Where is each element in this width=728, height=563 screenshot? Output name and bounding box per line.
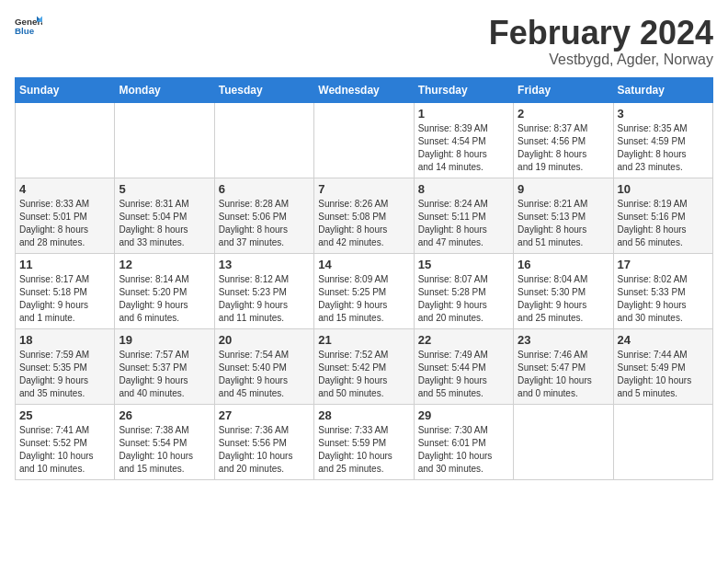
day-info: Sunrise: 8:07 AMSunset: 5:28 PMDaylight:…	[418, 273, 509, 325]
header-tuesday: Tuesday	[214, 77, 313, 102]
day-number: 19	[119, 333, 210, 347]
day-number: 16	[518, 258, 609, 271]
week-row-2: 4Sunrise: 8:33 AMSunset: 5:01 PMDaylight…	[16, 178, 713, 253]
calendar-cell: 22Sunrise: 7:49 AMSunset: 5:44 PMDayligh…	[414, 328, 513, 404]
calendar-cell	[16, 102, 115, 178]
day-info: Sunrise: 8:28 AMSunset: 5:06 PMDaylight:…	[219, 198, 310, 249]
day-number: 27	[219, 408, 310, 422]
day-info: Sunrise: 7:36 AMSunset: 5:56 PMDaylight:…	[219, 424, 310, 476]
calendar-cell	[214, 102, 313, 178]
day-info: Sunrise: 8:37 AMSunset: 4:56 PMDaylight:…	[518, 122, 609, 174]
week-row-5: 25Sunrise: 7:41 AMSunset: 5:52 PMDayligh…	[16, 404, 713, 479]
calendar-cell: 3Sunrise: 8:35 AMSunset: 4:59 PMDaylight…	[613, 102, 712, 178]
calendar-cell: 1Sunrise: 8:39 AMSunset: 4:54 PMDaylight…	[414, 102, 513, 178]
day-info: Sunrise: 7:52 AMSunset: 5:42 PMDaylight:…	[318, 349, 409, 400]
week-row-4: 18Sunrise: 7:59 AMSunset: 5:35 PMDayligh…	[16, 328, 713, 404]
day-number: 10	[618, 182, 709, 196]
day-number: 28	[318, 408, 409, 422]
title-section: February 2024 Vestbygd, Agder, Norway	[489, 15, 713, 68]
header-sunday: Sunday	[16, 77, 115, 102]
day-info: Sunrise: 8:09 AMSunset: 5:25 PMDaylight:…	[318, 273, 409, 325]
day-info: Sunrise: 7:49 AMSunset: 5:44 PMDaylight:…	[418, 349, 509, 400]
day-info: Sunrise: 8:39 AMSunset: 4:54 PMDaylight:…	[418, 122, 509, 174]
calendar-cell	[613, 404, 712, 479]
calendar-cell: 11Sunrise: 8:17 AMSunset: 5:18 PMDayligh…	[16, 253, 115, 328]
svg-text:Blue: Blue	[15, 26, 35, 36]
day-number: 14	[318, 258, 409, 271]
calendar-cell: 19Sunrise: 7:57 AMSunset: 5:37 PMDayligh…	[115, 328, 214, 404]
day-info: Sunrise: 8:17 AMSunset: 5:18 PMDaylight:…	[19, 273, 110, 325]
day-number: 2	[518, 107, 609, 121]
calendar-cell: 28Sunrise: 7:33 AMSunset: 5:59 PMDayligh…	[314, 404, 414, 479]
header-thursday: Thursday	[414, 77, 513, 102]
day-info: Sunrise: 7:33 AMSunset: 5:59 PMDaylight:…	[318, 424, 409, 476]
calendar-cell: 14Sunrise: 8:09 AMSunset: 5:25 PMDayligh…	[314, 253, 414, 328]
day-number: 13	[219, 258, 310, 271]
day-info: Sunrise: 8:19 AMSunset: 5:16 PMDaylight:…	[618, 198, 709, 249]
day-number: 29	[418, 408, 509, 422]
logo-icon: General Blue	[15, 15, 42, 37]
calendar-cell	[115, 102, 214, 178]
header: General Blue February 2024 Vestbygd, Agd…	[15, 15, 713, 68]
subtitle: Vestbygd, Agder, Norway	[489, 52, 713, 68]
day-info: Sunrise: 7:30 AMSunset: 6:01 PMDaylight:…	[418, 424, 509, 476]
calendar-cell: 17Sunrise: 8:02 AMSunset: 5:33 PMDayligh…	[613, 253, 712, 328]
calendar-cell: 26Sunrise: 7:38 AMSunset: 5:54 PMDayligh…	[115, 404, 214, 479]
calendar-table: SundayMondayTuesdayWednesdayThursdayFrid…	[15, 77, 713, 480]
day-number: 17	[618, 258, 709, 271]
day-number: 20	[219, 333, 310, 347]
calendar-cell: 4Sunrise: 8:33 AMSunset: 5:01 PMDaylight…	[16, 178, 115, 253]
calendar-cell: 20Sunrise: 7:54 AMSunset: 5:40 PMDayligh…	[214, 328, 313, 404]
calendar-cell: 23Sunrise: 7:46 AMSunset: 5:47 PMDayligh…	[514, 328, 613, 404]
calendar-cell: 10Sunrise: 8:19 AMSunset: 5:16 PMDayligh…	[613, 178, 712, 253]
calendar-cell: 13Sunrise: 8:12 AMSunset: 5:23 PMDayligh…	[214, 253, 313, 328]
calendar-cell: 27Sunrise: 7:36 AMSunset: 5:56 PMDayligh…	[214, 404, 313, 479]
day-number: 8	[418, 182, 509, 196]
calendar-cell: 6Sunrise: 8:28 AMSunset: 5:06 PMDaylight…	[214, 178, 313, 253]
calendar-cell: 9Sunrise: 8:21 AMSunset: 5:13 PMDaylight…	[514, 178, 613, 253]
calendar-cell: 7Sunrise: 8:26 AMSunset: 5:08 PMDaylight…	[314, 178, 414, 253]
calendar-cell: 2Sunrise: 8:37 AMSunset: 4:56 PMDaylight…	[514, 102, 613, 178]
day-info: Sunrise: 7:44 AMSunset: 5:49 PMDaylight:…	[618, 349, 709, 400]
day-info: Sunrise: 8:14 AMSunset: 5:20 PMDaylight:…	[119, 273, 210, 325]
calendar-cell: 12Sunrise: 8:14 AMSunset: 5:20 PMDayligh…	[115, 253, 214, 328]
calendar-cell: 16Sunrise: 8:04 AMSunset: 5:30 PMDayligh…	[514, 253, 613, 328]
calendar-cell: 5Sunrise: 8:31 AMSunset: 5:04 PMDaylight…	[115, 178, 214, 253]
calendar-cell: 29Sunrise: 7:30 AMSunset: 6:01 PMDayligh…	[414, 404, 513, 479]
day-number: 3	[618, 107, 709, 121]
day-info: Sunrise: 8:35 AMSunset: 4:59 PMDaylight:…	[618, 122, 709, 174]
day-number: 15	[418, 258, 509, 271]
day-number: 9	[518, 182, 609, 196]
main-title: February 2024	[489, 15, 713, 52]
day-info: Sunrise: 7:59 AMSunset: 5:35 PMDaylight:…	[19, 349, 110, 400]
day-info: Sunrise: 7:41 AMSunset: 5:52 PMDaylight:…	[19, 424, 110, 476]
calendar-cell: 8Sunrise: 8:24 AMSunset: 5:11 PMDaylight…	[414, 178, 513, 253]
week-row-1: 1Sunrise: 8:39 AMSunset: 4:54 PMDaylight…	[16, 102, 713, 178]
day-info: Sunrise: 8:02 AMSunset: 5:33 PMDaylight:…	[618, 273, 709, 325]
calendar-cell: 21Sunrise: 7:52 AMSunset: 5:42 PMDayligh…	[314, 328, 414, 404]
day-info: Sunrise: 7:57 AMSunset: 5:37 PMDaylight:…	[119, 349, 210, 400]
calendar-cell: 15Sunrise: 8:07 AMSunset: 5:28 PMDayligh…	[414, 253, 513, 328]
day-info: Sunrise: 8:31 AMSunset: 5:04 PMDaylight:…	[119, 198, 210, 249]
day-info: Sunrise: 7:54 AMSunset: 5:40 PMDaylight:…	[219, 349, 310, 400]
day-number: 22	[418, 333, 509, 347]
day-number: 11	[19, 258, 110, 271]
day-number: 23	[518, 333, 609, 347]
day-info: Sunrise: 7:38 AMSunset: 5:54 PMDaylight:…	[119, 424, 210, 476]
header-friday: Friday	[514, 77, 613, 102]
day-info: Sunrise: 8:12 AMSunset: 5:23 PMDaylight:…	[219, 273, 310, 325]
header-saturday: Saturday	[613, 77, 712, 102]
day-info: Sunrise: 8:04 AMSunset: 5:30 PMDaylight:…	[518, 273, 609, 325]
day-number: 24	[618, 333, 709, 347]
day-number: 26	[119, 408, 210, 422]
day-number: 4	[19, 182, 110, 196]
day-number: 1	[418, 107, 509, 121]
week-row-3: 11Sunrise: 8:17 AMSunset: 5:18 PMDayligh…	[16, 253, 713, 328]
day-info: Sunrise: 8:33 AMSunset: 5:01 PMDaylight:…	[19, 198, 110, 249]
day-number: 12	[119, 258, 210, 271]
day-number: 18	[19, 333, 110, 347]
day-info: Sunrise: 8:21 AMSunset: 5:13 PMDaylight:…	[518, 198, 609, 249]
header-wednesday: Wednesday	[314, 77, 414, 102]
day-info: Sunrise: 8:24 AMSunset: 5:11 PMDaylight:…	[418, 198, 509, 249]
day-number: 25	[19, 408, 110, 422]
